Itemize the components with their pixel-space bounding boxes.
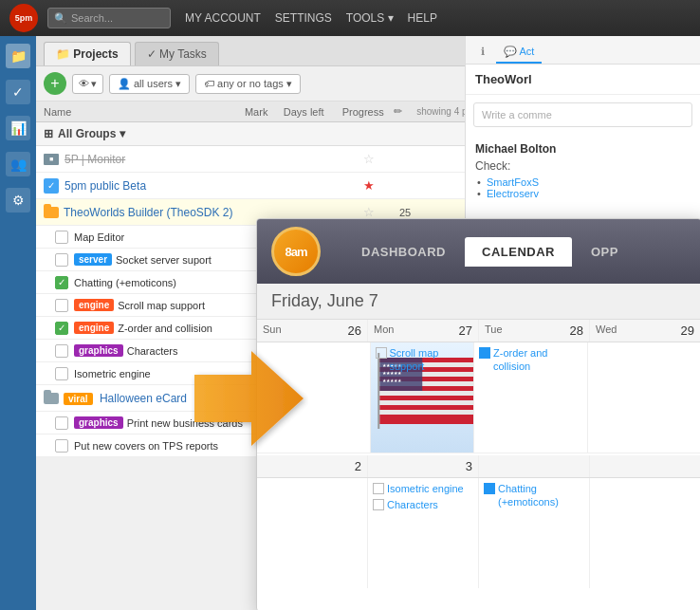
projects-tab-icon: 📁	[56, 47, 73, 61]
task-checkbox-isometric[interactable]	[55, 367, 68, 380]
task-checkbox-scroll[interactable]	[55, 299, 68, 312]
cal-task-zorder: Z-order and collision	[479, 346, 582, 374]
tag-engine-zorder: engine	[74, 322, 114, 334]
svg-rect-8	[379, 415, 473, 424]
cal-col-tue: Z-order and collision	[474, 342, 588, 453]
search-placeholder: Search...	[71, 12, 113, 24]
eightam-logo: 8am	[271, 227, 321, 276]
cal-day-tue: Tue 28	[479, 320, 590, 342]
eightam-header: 8am DASHBOARD CALENDAR OPP	[257, 219, 700, 284]
cal-w2-col-tue: Chatting (+emoticons)	[479, 478, 590, 588]
user-section: Michael Bolton Check: SmartFoxS Electros…	[466, 135, 700, 207]
app-logo: 5pm	[9, 4, 38, 32]
right-panel-tabs: ℹ 💬 Act	[466, 36, 700, 65]
cal-tasktext-scroll: Scroll map support	[390, 346, 470, 374]
user-check-label: Check:	[475, 159, 691, 173]
eightam-tab-opp[interactable]: OPP	[574, 237, 636, 267]
calendar-overlay: 8am DASHBOARD CALENDAR OPP Friday, June …	[256, 218, 700, 610]
task-checkbox-characters[interactable]	[55, 344, 68, 358]
task-checkbox-tps[interactable]	[55, 439, 68, 453]
sidebar-icon-settings[interactable]: ⚙	[6, 188, 30, 213]
task-checkbox-zorder[interactable]: ✓	[55, 322, 68, 335]
r-tab-info[interactable]: ℹ	[473, 42, 492, 64]
task-checkbox-map-editor[interactable]	[55, 231, 68, 244]
tag-server: server	[74, 253, 112, 266]
task-checkbox-chatting[interactable]: ✓	[55, 276, 68, 289]
user-name: Michael Bolton	[475, 142, 691, 156]
project-row-monitor: ■ 5P | Monitor ☆	[36, 146, 503, 173]
col-days-header: Days left	[275, 106, 332, 118]
project-star-theoworlds[interactable]: ☆	[361, 205, 377, 219]
cal-w2-mon: 3	[368, 455, 479, 477]
r-tab-activity[interactable]: 💬 Act	[496, 42, 542, 64]
sidebar-icon-tasks[interactable]: ✓	[6, 80, 30, 104]
cal-checkbox-scroll[interactable]	[376, 347, 387, 359]
toolbar: + 👁 ▾ 👤 all users ▾ 🏷 any or no tags ▾ •…	[36, 66, 503, 102]
cal-col-mon: Scroll map support	[371, 342, 475, 453]
sidebar-icon-folder[interactable]: 📁	[6, 44, 30, 68]
project-name-theoworlds[interactable]: TheoWorlds Builder (TheoSDK 2)	[64, 206, 361, 219]
comment-input[interactable]: Write a comme	[473, 102, 692, 127]
cal-w2-task-chars: Characters	[373, 498, 473, 511]
users-icon: 👤	[118, 78, 131, 90]
tab-projects[interactable]: 📁 Projects	[44, 42, 131, 65]
cal-w2-task-chatting: Chatting (+emoticons)	[484, 482, 584, 509]
cal-w2-col-wed	[590, 478, 700, 588]
nav-help[interactable]: HELP	[408, 11, 437, 25]
tags-dropdown[interactable]: 🏷 any or no tags ▾	[195, 74, 301, 94]
cal-col-wed	[588, 342, 701, 453]
search-box[interactable]: 🔍 Search...	[47, 8, 171, 28]
svg-rect-7	[379, 405, 473, 410]
eightam-tab-dashboard[interactable]: DASHBOARD	[344, 237, 463, 267]
cal-week2: Isometric engine Characters Chatting (+e…	[257, 478, 700, 588]
cal-w2-tue	[479, 455, 590, 477]
sidebar-icon-people[interactable]: 👥	[6, 152, 30, 176]
cal-checkbox-zorder[interactable]	[479, 347, 490, 359]
left-sidebar: 📁 ✓ 📊 👥 ⚙	[0, 36, 36, 610]
panel-title: TheoWorl	[466, 65, 700, 95]
search-icon: 🔍	[54, 12, 67, 25]
cal-week2-headers: 2 3	[257, 455, 700, 478]
top-nav: 5pm 🔍 Search... MY ACCOUNT SETTINGS TOOL…	[0, 0, 700, 36]
col-edit-header: ✏	[394, 105, 413, 118]
col-mark-header: Mark	[237, 106, 275, 118]
add-button[interactable]: +	[44, 72, 66, 95]
project-star-beta[interactable]: ★	[361, 178, 377, 193]
check-icon: ✓	[44, 178, 59, 194]
sidebar-icon-chart[interactable]: 📊	[6, 116, 30, 140]
project-name-beta[interactable]: 5pm public Beta	[64, 179, 361, 193]
task-checkbox-socket[interactable]	[55, 253, 68, 267]
cal-w2-cb-chatting[interactable]	[484, 483, 495, 494]
col-headers: Name Mark Days left Progress ✏ showing 4…	[36, 102, 503, 122]
col-progress-header: Progress	[332, 106, 394, 118]
tab-my-tasks[interactable]: ✓ My Tasks	[135, 42, 219, 65]
svg-rect-6	[379, 396, 473, 400]
chevron-icon: ▾	[91, 78, 97, 90]
my-tasks-tab-icon: ✓	[147, 47, 159, 61]
nav-tools[interactable]: TOOLS ▾	[346, 11, 394, 25]
nav-my-account[interactable]: MY ACCOUNT	[185, 11, 261, 25]
cal-w2-text-isometric: Isometric engine	[387, 482, 464, 495]
cal-tasktext-zorder: Z-order and collision	[493, 346, 582, 374]
project-row-beta: ✓ 5pm public Beta ★	[36, 173, 503, 199]
eightam-tab-calendar[interactable]: CALENDAR	[465, 237, 572, 267]
cal-w2-col-sun	[257, 478, 368, 588]
project-name-monitor[interactable]: 5P | Monitor	[64, 153, 361, 166]
groups-row[interactable]: ⊞ All Groups ▾	[36, 122, 503, 146]
tag-graphics-chars: graphics	[74, 344, 123, 357]
cal-date: Friday, June 7	[271, 291, 687, 311]
cal-w2-cb-isometric[interactable]	[373, 483, 384, 494]
view-button[interactable]: 👁 ▾	[72, 74, 103, 94]
cal-day-mon: Mon 27	[368, 320, 479, 342]
project-days-theoworlds: 25	[377, 207, 433, 218]
users-dropdown[interactable]: 👤 all users ▾	[109, 74, 190, 94]
cal-w2-cb-chars[interactable]	[373, 499, 384, 510]
col-name-header: Name	[44, 106, 237, 118]
eye-icon: 👁	[79, 78, 89, 89]
cal-w2-task-isometric: Isometric engine	[373, 482, 473, 495]
task-checkbox-business-cards[interactable]	[55, 416, 68, 430]
cal-w2-wed	[590, 455, 700, 477]
nav-settings[interactable]: SETTINGS	[275, 11, 332, 25]
project-star-monitor[interactable]: ☆	[361, 152, 377, 166]
monitor-icon: ■	[44, 154, 59, 165]
